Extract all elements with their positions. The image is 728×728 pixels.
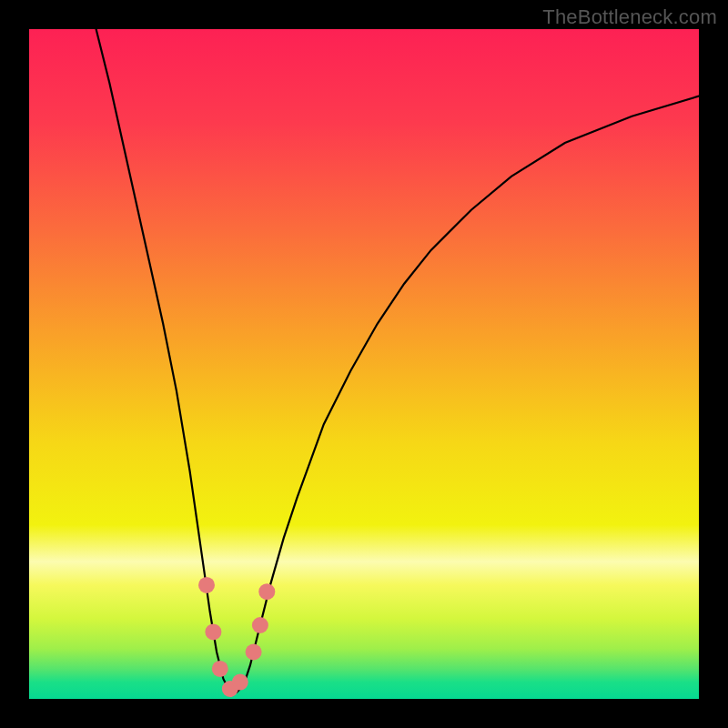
marker-dot [212, 661, 228, 677]
marker-dot [205, 623, 221, 640]
marker-dot [232, 674, 248, 691]
chart-frame: TheBottleneck.com [0, 0, 728, 728]
watermark-text: TheBottleneck.com [542, 5, 717, 29]
marker-dot [198, 577, 215, 593]
plot-area [29, 29, 699, 699]
chart-svg [29, 29, 699, 699]
marker-dot [252, 617, 268, 633]
marker-dot [246, 644, 262, 661]
marker-dot [258, 583, 275, 600]
